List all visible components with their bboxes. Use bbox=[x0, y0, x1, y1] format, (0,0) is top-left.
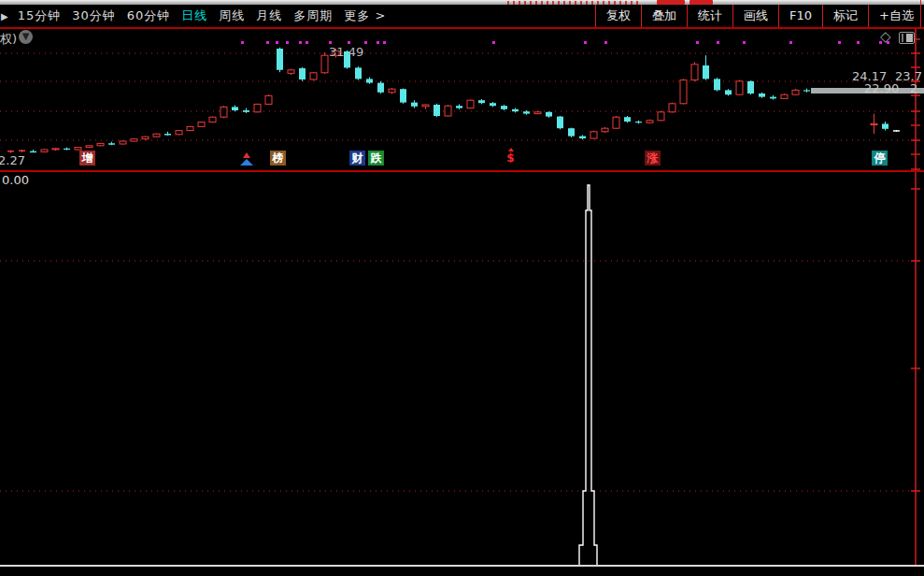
toolbar-buttons: 复权叠加统计画线F10标记+自选 bbox=[595, 5, 924, 27]
bottom-strip bbox=[0, 567, 924, 576]
ribbon-badge-5[interactable]: $ bbox=[503, 148, 519, 163]
indicator-spike-chart[interactable] bbox=[0, 172, 924, 565]
ribbon-badge-4[interactable]: 跌 bbox=[368, 151, 384, 166]
diamond-marker-icon[interactable]: ◇ bbox=[880, 28, 891, 45]
toolbar-button-3[interactable]: 统计 bbox=[687, 5, 732, 27]
right-price-label-3: 22.90 bbox=[864, 81, 899, 95]
peak-price-label: 31.49 bbox=[329, 45, 363, 59]
toolbar-button-6[interactable]: 标记 bbox=[822, 5, 868, 27]
toolbar-button-4[interactable]: 画线 bbox=[732, 5, 778, 27]
indicator-pane[interactable]: 0.00 bbox=[0, 172, 924, 565]
toolbar-button-5[interactable]: F10 bbox=[778, 5, 822, 27]
period-tab-8[interactable]: 更多 > bbox=[344, 8, 386, 22]
period-tabs: 15分钟30分钟60分钟日线周线月线多周期更多 > bbox=[8, 7, 392, 24]
candlestick-pane[interactable]: 权) ▼ 31.49 2.27 24.17 23.7 22.90 2 ◇ 增榜财… bbox=[0, 29, 924, 170]
toolbar-button-7[interactable]: +自选 bbox=[868, 5, 924, 27]
period-tab-1[interactable]: 15分钟 bbox=[18, 8, 62, 22]
period-tab-4[interactable]: 日线 bbox=[181, 8, 207, 22]
ribbon-badge-3[interactable]: 财 bbox=[349, 151, 365, 166]
toolbar: ▶ 15分钟30分钟60分钟日线周线月线多周期更多 > 复权叠加统计画线F10标… bbox=[0, 5, 924, 29]
indicator-value-label: 0.00 bbox=[2, 173, 29, 187]
period-tab-2[interactable]: 30分钟 bbox=[72, 8, 116, 22]
adjusted-price-label: 权) bbox=[0, 31, 17, 48]
ribbon-badge-7[interactable]: 停 bbox=[872, 151, 888, 166]
pane-layout-icon[interactable] bbox=[899, 32, 915, 44]
chevron-down-icon[interactable]: ▼ bbox=[19, 30, 33, 44]
window-edge-fragment: ▶ bbox=[1, 11, 8, 22]
period-tab-5[interactable]: 周线 bbox=[219, 8, 245, 22]
window-right-border bbox=[920, 0, 921, 27]
period-tab-6[interactable]: 月线 bbox=[256, 8, 282, 22]
left-price-label: 2.27 bbox=[0, 153, 25, 167]
period-tab-3[interactable]: 60分钟 bbox=[127, 8, 171, 22]
ribbon-badge-2[interactable]: 榜 bbox=[270, 151, 286, 166]
pyramid-icon[interactable] bbox=[240, 152, 253, 166]
period-tab-7[interactable]: 多周期 bbox=[293, 8, 333, 22]
toolbar-button-2[interactable]: 叠加 bbox=[641, 5, 687, 27]
right-price-label-2: 23.7 bbox=[895, 69, 922, 83]
ribbon-badge-6[interactable]: 涨 bbox=[645, 151, 661, 166]
candlestick-chart[interactable] bbox=[0, 29, 924, 170]
right-price-label-4: 2 bbox=[910, 81, 917, 95]
ribbon-badge-1[interactable]: 增 bbox=[79, 151, 95, 166]
toolbar-button-1[interactable]: 复权 bbox=[595, 5, 641, 27]
